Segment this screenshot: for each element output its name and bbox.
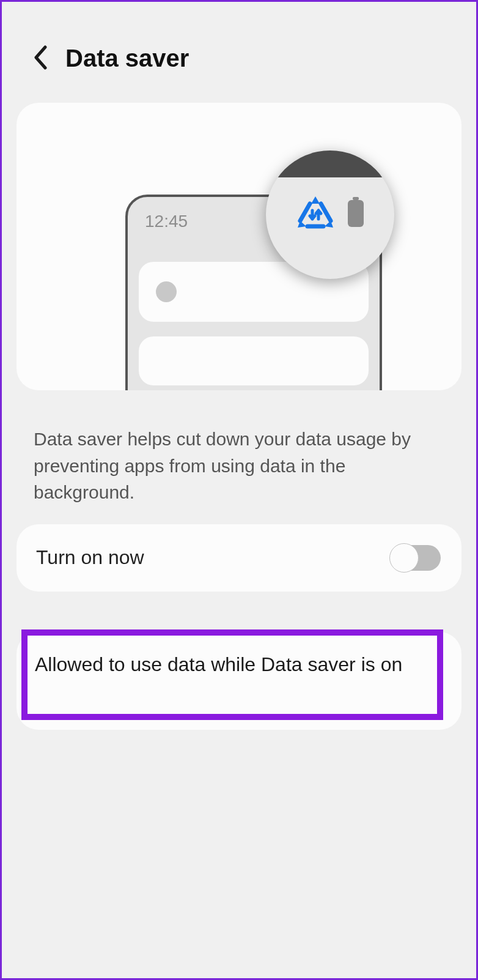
- battery-icon: [347, 197, 365, 230]
- phone-notification: [139, 336, 369, 385]
- notification-dot: [156, 281, 177, 302]
- toggle-label: Turn on now: [36, 546, 144, 569]
- illustration-card: 12:45: [17, 103, 461, 390]
- svg-rect-0: [353, 197, 359, 200]
- svg-rect-1: [348, 200, 364, 227]
- description-text: Data saver helps cut down your data usag…: [2, 390, 476, 524]
- data-saver-icon: [295, 193, 336, 234]
- magnifier-circle: [266, 150, 394, 279]
- header: Data saver: [2, 2, 476, 103]
- toggle-switch[interactable]: [391, 545, 441, 571]
- page-title: Data saver: [65, 45, 189, 72]
- turn-on-now-row[interactable]: Turn on now: [17, 524, 461, 592]
- allowed-apps-label: Allowed to use data while Data saver is …: [17, 632, 461, 678]
- allowed-apps-row[interactable]: Allowed to use data while Data saver is …: [17, 632, 461, 730]
- back-icon[interactable]: [32, 45, 48, 72]
